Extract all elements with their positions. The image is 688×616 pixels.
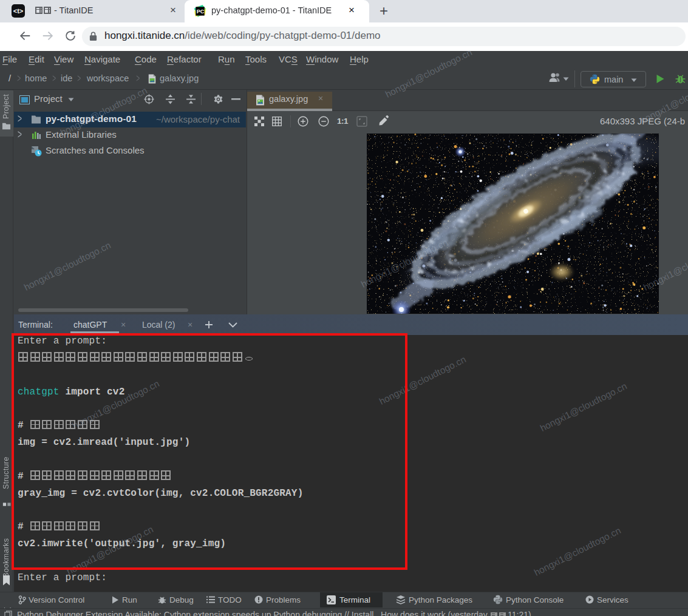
svg-text:PC: PC <box>197 8 205 15</box>
